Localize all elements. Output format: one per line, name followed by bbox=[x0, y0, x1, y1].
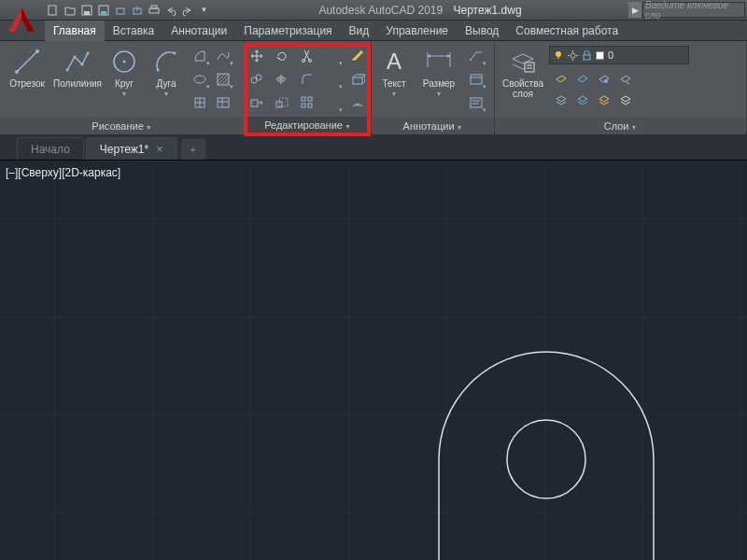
scale-button[interactable] bbox=[271, 91, 293, 114]
search-input[interactable]: Введите ключевое сло bbox=[642, 2, 745, 18]
text-button[interactable]: A Текст ▼ bbox=[375, 43, 413, 116]
leader-button[interactable] bbox=[465, 45, 487, 67]
cloud-save-icon[interactable] bbox=[129, 2, 145, 18]
close-icon[interactable]: × bbox=[156, 138, 163, 161]
region-button[interactable] bbox=[189, 91, 211, 114]
circle-icon bbox=[109, 47, 139, 77]
svg-rect-39 bbox=[308, 104, 312, 107]
polyline-label: Полилиния bbox=[53, 78, 102, 89]
panel-annot-title[interactable]: Аннотации bbox=[372, 118, 494, 134]
qat-dropdown-icon[interactable]: ▼ bbox=[196, 2, 212, 18]
mtext-button[interactable] bbox=[465, 91, 487, 114]
app-logo[interactable] bbox=[2, 0, 41, 41]
arc-button[interactable]: Дуга ▼ bbox=[148, 43, 185, 116]
svg-point-14 bbox=[81, 63, 84, 66]
panel-draw: Отрезок Полилиния Круг ▼ Дуга ▼ bbox=[0, 41, 245, 133]
tab-home[interactable]: Главная bbox=[45, 21, 105, 41]
svg-rect-7 bbox=[149, 8, 159, 13]
tab-annotations[interactable]: Аннотации bbox=[162, 21, 235, 41]
layer-iso-button[interactable] bbox=[549, 89, 571, 111]
layer-off-button[interactable] bbox=[549, 67, 571, 90]
save-icon[interactable] bbox=[78, 2, 94, 18]
undo-icon[interactable] bbox=[162, 2, 178, 18]
layer-merge-button[interactable] bbox=[592, 89, 614, 111]
line-button[interactable]: Отрезок bbox=[4, 43, 50, 116]
panel-layers: Свойства слоя 0 bbox=[495, 41, 747, 133]
move-button[interactable] bbox=[246, 45, 268, 67]
svg-rect-25 bbox=[218, 98, 229, 107]
mirror-button[interactable] bbox=[271, 68, 293, 91]
panel-layers-title[interactable]: Слои bbox=[495, 118, 746, 134]
doctab-add-button[interactable]: + bbox=[181, 139, 205, 160]
tab-output[interactable]: Вывод bbox=[457, 21, 507, 41]
layer-prev-button[interactable] bbox=[571, 89, 593, 111]
svg-point-15 bbox=[87, 52, 90, 55]
chevron-down-icon: ▼ bbox=[163, 91, 170, 97]
tab-parametric[interactable]: Параметризация bbox=[235, 21, 340, 41]
bulb-icon bbox=[554, 50, 564, 61]
tab-view[interactable]: Вид bbox=[341, 21, 378, 41]
window-title: Autodesk AutoCAD 2019 Чертеж1.dwg bbox=[212, 4, 628, 17]
ellipse-button[interactable] bbox=[189, 68, 211, 91]
svg-text:A: A bbox=[387, 49, 402, 74]
redo-icon[interactable] bbox=[179, 2, 195, 18]
polyline-button[interactable]: Полилиния bbox=[54, 43, 101, 116]
open-icon[interactable] bbox=[62, 2, 78, 18]
svg-rect-5 bbox=[117, 8, 124, 14]
svg-rect-60 bbox=[584, 55, 590, 60]
svg-point-28 bbox=[302, 59, 304, 62]
circle-button[interactable]: Круг ▼ bbox=[105, 43, 144, 116]
fillet-button[interactable] bbox=[296, 68, 318, 91]
layer-dropdown[interactable]: 0 bbox=[549, 46, 689, 64]
offset-button[interactable] bbox=[346, 91, 369, 114]
spline-button[interactable] bbox=[212, 45, 234, 67]
doctab-start[interactable]: Начало bbox=[17, 137, 84, 160]
tab-collab[interactable]: Совместная работа bbox=[507, 21, 627, 41]
svg-point-18 bbox=[157, 69, 160, 72]
layer-freeze-button[interactable] bbox=[571, 67, 593, 90]
trim-button[interactable] bbox=[296, 45, 318, 67]
chevron-down-icon: ▼ bbox=[391, 91, 398, 97]
text-icon: A bbox=[379, 47, 409, 77]
copy-button[interactable] bbox=[246, 68, 268, 91]
svg-rect-38 bbox=[302, 104, 305, 107]
svg-point-10 bbox=[15, 70, 19, 74]
hatch-button[interactable] bbox=[212, 68, 234, 91]
layer-properties-button[interactable]: Свойства слоя bbox=[499, 43, 547, 116]
layer-lock-button[interactable] bbox=[592, 67, 614, 90]
arc-icon bbox=[151, 47, 181, 77]
saveas-icon[interactable] bbox=[95, 2, 111, 18]
tab-manage[interactable]: Управление bbox=[377, 21, 457, 41]
layer-match-button[interactable] bbox=[613, 67, 636, 90]
dimension-label: Размер bbox=[423, 78, 455, 89]
erase-button[interactable] bbox=[346, 45, 369, 67]
ribbon: Отрезок Полилиния Круг ▼ Дуга ▼ bbox=[0, 41, 747, 134]
array-dd-button[interactable] bbox=[321, 91, 344, 114]
table-button[interactable] bbox=[212, 91, 234, 114]
titlebar: ▼ Autodesk AutoCAD 2019 Чертеж1.dwg ▶ Вв… bbox=[0, 0, 747, 21]
panel-edit-title[interactable]: Редактирование bbox=[245, 117, 371, 133]
drawing-canvas[interactable]: /*grid drawn below via loop-free static … bbox=[0, 161, 747, 560]
new-icon[interactable] bbox=[45, 2, 61, 18]
svg-point-17 bbox=[123, 61, 126, 63]
dimension-button[interactable]: Размер ▼ bbox=[416, 43, 461, 116]
doctab-drawing[interactable]: Чертеж1* × bbox=[86, 137, 177, 160]
svg-rect-54 bbox=[557, 57, 559, 59]
stretch-button[interactable] bbox=[246, 91, 268, 114]
trim-dd-button[interactable] bbox=[321, 45, 344, 67]
polygon-button[interactable] bbox=[189, 45, 211, 67]
fillet-dd-button[interactable] bbox=[321, 68, 344, 91]
app-name: Autodesk AutoCAD 2019 bbox=[318, 4, 443, 17]
tab-insert[interactable]: Вставка bbox=[105, 21, 163, 41]
line-icon bbox=[12, 47, 42, 77]
panel-draw-title[interactable]: Рисование bbox=[0, 118, 244, 134]
explode-button[interactable] bbox=[346, 68, 369, 91]
viewport-label[interactable]: [–][Сверху][2D-каркас] bbox=[6, 166, 120, 179]
array-button[interactable] bbox=[296, 91, 318, 114]
layer-state-button[interactable] bbox=[613, 89, 636, 111]
rotate-button[interactable] bbox=[271, 45, 293, 67]
plot-icon[interactable] bbox=[146, 2, 162, 18]
search-arrow-icon[interactable]: ▶ bbox=[628, 2, 641, 18]
cloud-open-icon[interactable] bbox=[112, 2, 128, 18]
table-annot-button[interactable] bbox=[465, 68, 487, 91]
